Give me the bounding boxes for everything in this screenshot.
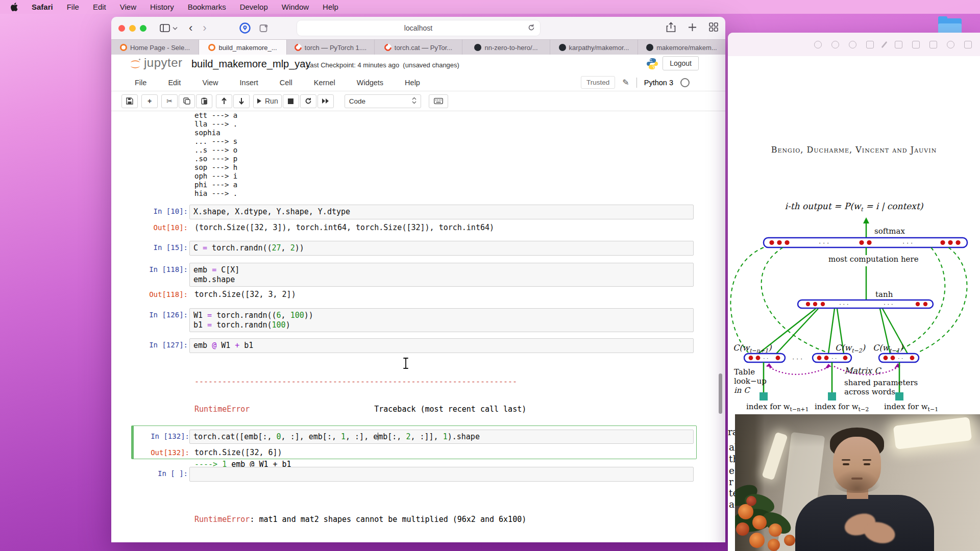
- flower: [736, 522, 749, 536]
- trusted-badge[interactable]: Trusted: [581, 76, 615, 89]
- cell-output-text: (torch.Size([32, 3]), torch.int64, torch…: [194, 223, 494, 233]
- zoom-out-icon[interactable]: [831, 41, 839, 48]
- svg-text:· ·: · ·: [831, 355, 837, 361]
- nb-menu-view[interactable]: View: [202, 79, 218, 87]
- menu-file[interactable]: File: [67, 3, 79, 11]
- menu-safari[interactable]: Safari: [32, 3, 53, 11]
- minimize-window-button[interactable]: [129, 25, 136, 32]
- tab-makemore-repo[interactable]: makemore/makem...: [638, 40, 725, 55]
- menu-history[interactable]: History: [150, 3, 174, 11]
- svg-text:· · ·: · · ·: [884, 300, 893, 308]
- browser-extension-icon[interactable]: [259, 23, 269, 33]
- search-icon[interactable]: [947, 41, 954, 48]
- menu-window[interactable]: Window: [282, 3, 309, 11]
- run-cell-button[interactable]: Run: [253, 94, 282, 108]
- notebook-header: jupyter build_makemore_mlp_yay Last Chec…: [111, 55, 725, 74]
- code-cell-input[interactable]: W1 = torch.randn((6, 100))b1 = torch.ran…: [189, 308, 694, 332]
- cell-output-text: torch.Size([32, 6]): [194, 448, 282, 458]
- new-tab-icon[interactable]: [688, 23, 697, 34]
- tab-build-makemore[interactable]: build_makemore_...: [199, 40, 287, 55]
- crop-icon[interactable]: [929, 41, 937, 48]
- jupyter-wordmark[interactable]: jupyter: [144, 56, 183, 70]
- figure-output-formula: i-th output = P(wt = i | context): [728, 201, 980, 213]
- copy-cell-button[interactable]: [179, 94, 195, 108]
- tab-torch-cat-docs[interactable]: torch.cat — PyTor...: [375, 40, 462, 55]
- address-bar[interactable]: localhost: [297, 20, 540, 36]
- interrupt-kernel-button[interactable]: [283, 94, 299, 108]
- close-window-button[interactable]: [118, 25, 125, 32]
- code-cell-input[interactable]: torch.cat([emb[:, 0, :], emb[:, 1, :], e…: [189, 430, 694, 444]
- move-cell-up-button[interactable]: [216, 94, 232, 108]
- jupyter-icon: [208, 44, 215, 51]
- figure-c1-label: C(wt−n+1): [733, 343, 771, 354]
- restart-kernel-button[interactable]: [300, 94, 316, 108]
- kernel-status-icon: [680, 78, 690, 87]
- svg-text:· · ·: · · ·: [792, 355, 802, 362]
- notebook-title[interactable]: build_makemore_mlp_yay: [191, 58, 310, 70]
- nb-menu-widgets[interactable]: Widgets: [357, 79, 383, 87]
- textbox-icon[interactable]: [912, 41, 920, 48]
- sidebar-icon[interactable]: [160, 24, 178, 32]
- webcam-video: [735, 414, 980, 551]
- command-palette-icon[interactable]: [429, 94, 448, 108]
- tab-home-page[interactable]: Home Page - Sele...: [111, 40, 199, 55]
- figure-most-computation-label: most computation here: [828, 255, 915, 264]
- restart-run-all-button[interactable]: [317, 94, 334, 108]
- pytorch-icon: [293, 42, 303, 53]
- apple-icon[interactable]: [10, 3, 18, 11]
- share-icon[interactable]: [866, 41, 874, 48]
- zoom-window-button[interactable]: [140, 25, 146, 32]
- cell-output-stdout: ett ---> alla ---> . sophia... ---> s ..…: [194, 111, 237, 198]
- menu-edit[interactable]: Edit: [93, 3, 106, 11]
- nb-menu-cell[interactable]: Cell: [280, 79, 292, 87]
- info-icon[interactable]: [814, 41, 822, 48]
- selected-cell[interactable]: In [132]: torch.cat([emb[:, 0, :], emb[:…: [131, 425, 697, 459]
- save-button[interactable]: [121, 94, 138, 108]
- onepassword-extension-icon[interactable]: [239, 22, 251, 34]
- nb-menu-insert[interactable]: Insert: [240, 79, 258, 87]
- tab-karpathy-makemore[interactable]: karpathy/makemor...: [550, 40, 638, 55]
- address-url: localhost: [404, 24, 432, 32]
- github-icon: [559, 44, 566, 51]
- pen-icon[interactable]: [895, 41, 902, 48]
- code-cell-input[interactable]: C = torch.randn((27, 2)): [189, 241, 694, 256]
- scrollbar[interactable]: [719, 373, 722, 414]
- cell-type-select[interactable]: Code: [345, 94, 421, 108]
- menu-bookmarks[interactable]: Bookmarks: [188, 3, 226, 11]
- logout-button[interactable]: Logout: [663, 56, 699, 70]
- svg-text:· ·: · ·: [763, 355, 768, 361]
- menu-help[interactable]: Help: [323, 3, 338, 11]
- forward-button[interactable]: ›: [203, 22, 206, 34]
- nb-menu-help[interactable]: Help: [405, 79, 420, 87]
- nb-menu-kernel[interactable]: Kernel: [314, 79, 335, 87]
- code-cell-input[interactable]: emb @ W1 + b1: [189, 338, 694, 353]
- menu-develop[interactable]: Develop: [240, 3, 268, 11]
- flower: [749, 533, 765, 548]
- paste-cell-button[interactable]: [196, 94, 212, 108]
- safari-toolbar: ‹ › localhost: [111, 17, 725, 39]
- flower: [746, 496, 756, 506]
- back-button[interactable]: ‹: [189, 22, 192, 34]
- move-cell-down-button[interactable]: [233, 94, 250, 108]
- zoom-in-icon[interactable]: [849, 41, 856, 48]
- jupyter-logo-icon[interactable]: [129, 58, 142, 73]
- reload-icon[interactable]: [527, 23, 535, 33]
- tab-torch-docs[interactable]: torch — PyTorch 1....: [287, 40, 375, 55]
- cut-cell-button[interactable]: ✂: [161, 94, 178, 108]
- figure-softmax-label: softmax: [874, 227, 905, 236]
- figure-table-lookup-label: Tablelook−upin C: [734, 367, 767, 395]
- share-icon[interactable]: [666, 22, 676, 35]
- sidebar-icon[interactable]: [964, 41, 972, 48]
- empty-code-cell-input[interactable]: [189, 467, 694, 482]
- code-cell-input[interactable]: X.shape, X.dtype, Y.shape, Y.dtype: [189, 205, 694, 219]
- code-cell-input[interactable]: emb = C[X]emb.shape: [189, 263, 694, 287]
- nb-menu-file[interactable]: File: [135, 79, 146, 87]
- menu-view[interactable]: View: [120, 3, 136, 11]
- add-cell-button[interactable]: +: [141, 94, 158, 108]
- markup-icon[interactable]: [881, 41, 888, 47]
- figure-c2-label: C(wt−2): [835, 343, 865, 354]
- tab-nn-zero-to-hero[interactable]: nn-zero-to-hero/...: [462, 40, 550, 55]
- nb-menu-edit[interactable]: Edit: [168, 79, 181, 87]
- edit-kernel-icon[interactable]: ✎: [622, 78, 629, 87]
- tab-overview-icon[interactable]: [709, 22, 718, 34]
